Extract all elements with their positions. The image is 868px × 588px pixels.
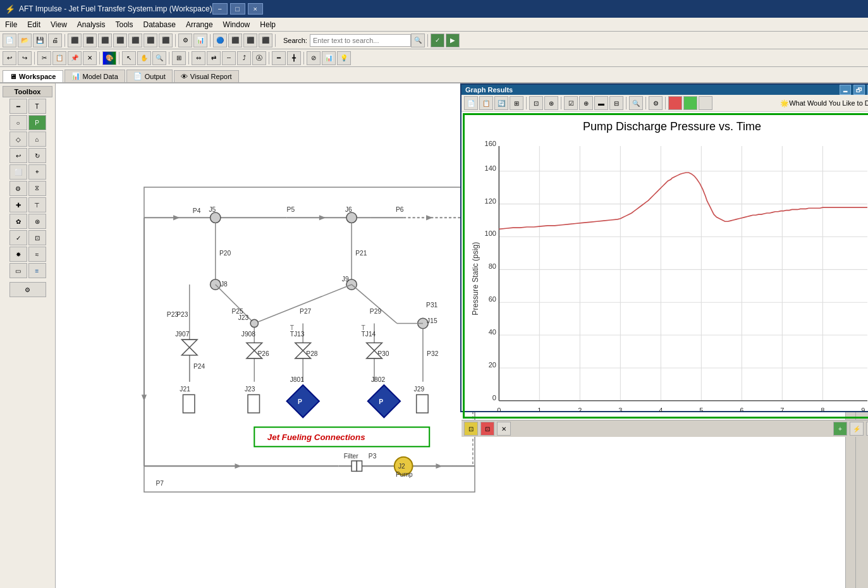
tool-diamond[interactable]: ◇ bbox=[9, 132, 27, 147]
graph-minimize-button[interactable]: 🗕 bbox=[840, 85, 851, 95]
graph-tb-settings[interactable]: ⚙ bbox=[649, 96, 663, 110]
tb2-paste[interactable]: 📌 bbox=[68, 51, 82, 65]
tb2-disable[interactable]: ⊘ bbox=[307, 51, 321, 65]
tb2-pan[interactable]: ✋ bbox=[137, 51, 151, 65]
tool-check[interactable]: ✓ bbox=[9, 230, 27, 245]
tool-tank[interactable]: ▭ bbox=[9, 263, 27, 278]
graph-tb-5[interactable]: ⊛ bbox=[544, 96, 558, 110]
tb2-select[interactable]: ↖ bbox=[122, 51, 136, 65]
tab-visual-report[interactable]: 👁 Visual Report bbox=[174, 70, 239, 82]
graph-tb-4[interactable]: ⊡ bbox=[529, 96, 543, 110]
graph-bottom-close[interactable]: ✕ bbox=[497, 422, 511, 436]
tb2-route[interactable]: ⤴ bbox=[237, 51, 251, 65]
tb-btn2[interactable]: ⬛ bbox=[83, 34, 97, 47]
tool-pipe[interactable]: ━ bbox=[9, 99, 27, 114]
tb2-info[interactable]: 💡 bbox=[337, 51, 351, 65]
workspace-canvas[interactable]: J5 P4 J6 P5 P6 J7 P1 J901 bbox=[56, 83, 868, 588]
menu-file[interactable]: File bbox=[0, 19, 22, 30]
tb2-pipe2[interactable]: ╋ bbox=[287, 51, 301, 65]
graph-tb-table[interactable]: ⊞ bbox=[510, 96, 523, 110]
tb2-undo[interactable]: ↩ bbox=[3, 51, 16, 65]
graph-tb-1[interactable]: 📄 bbox=[464, 96, 478, 110]
tool-pump[interactable]: P bbox=[28, 115, 46, 130]
tb-check[interactable]: ✓ bbox=[431, 34, 444, 47]
tb2-cut[interactable]: ✂ bbox=[37, 51, 51, 65]
maximize-button[interactable]: □ bbox=[230, 3, 245, 15]
tb-save[interactable]: 💾 bbox=[33, 34, 47, 47]
tb2-pipe[interactable]: ━ bbox=[272, 51, 286, 65]
menu-analysis[interactable]: Analysis bbox=[72, 19, 111, 30]
menu-arrange[interactable]: Arrange bbox=[181, 19, 218, 30]
search-go-button[interactable]: 🔍 bbox=[411, 34, 425, 47]
tool-text[interactable]: T bbox=[28, 99, 46, 114]
tb-btn5[interactable]: ⬛ bbox=[128, 34, 142, 47]
tb-btn6[interactable]: ⬛ bbox=[144, 34, 157, 47]
tb-open[interactable]: 📂 bbox=[18, 34, 32, 47]
tool-burst[interactable]: ✸ bbox=[9, 247, 27, 262]
tb-btn9[interactable]: ⬛ bbox=[228, 34, 242, 47]
tb2-flow[interactable]: ⇄ bbox=[207, 51, 221, 65]
tb-component[interactable]: ⚙ bbox=[178, 34, 192, 47]
tool-valve[interactable]: ⌂ bbox=[28, 132, 46, 147]
tool-wave[interactable]: ≈ bbox=[28, 247, 46, 262]
graph-tb-check[interactable]: ☑ bbox=[564, 96, 578, 110]
menu-view[interactable]: View bbox=[46, 19, 72, 30]
tb-run[interactable]: ▶ bbox=[446, 34, 460, 47]
tb-print[interactable]: 🖨 bbox=[48, 34, 62, 47]
graph-restore-button[interactable]: 🗗 bbox=[853, 85, 865, 95]
graph-tb-3[interactable]: 🔄 bbox=[494, 96, 508, 110]
graph-bottom-btn2[interactable]: ⊡ bbox=[480, 422, 494, 436]
graph-tb-color1[interactable] bbox=[668, 96, 682, 110]
tool-rotate[interactable]: ↻ bbox=[28, 148, 46, 163]
tb-btn10[interactable]: ⬛ bbox=[243, 34, 257, 47]
tool-motor[interactable]: ⊛ bbox=[28, 214, 46, 229]
minimize-button[interactable]: − bbox=[212, 3, 228, 15]
tool-gear[interactable]: ⚙ bbox=[9, 181, 27, 196]
tab-output[interactable]: 📄 Output bbox=[126, 70, 173, 82]
tool-circle[interactable]: ○ bbox=[9, 115, 27, 130]
tb2-align[interactable]: ⊞ bbox=[172, 51, 186, 65]
tb2-result[interactable]: 📊 bbox=[322, 51, 336, 65]
tab-workspace[interactable]: 🖥 Workspace bbox=[3, 70, 63, 82]
tb-btn11[interactable]: ⬛ bbox=[259, 34, 272, 47]
tool-cross[interactable]: ✚ bbox=[9, 197, 27, 212]
close-button[interactable]: × bbox=[248, 3, 263, 15]
tool-filter[interactable]: ⧖ bbox=[28, 181, 46, 196]
tb2-delete[interactable]: ✕ bbox=[83, 51, 97, 65]
graph-lightning-button[interactable]: ⚡ bbox=[850, 422, 864, 436]
graph-add-button[interactable]: + bbox=[833, 422, 847, 436]
menu-tools[interactable]: Tools bbox=[111, 19, 138, 30]
tb-btn1[interactable]: ⬛ bbox=[68, 34, 82, 47]
graph-tb-2[interactable]: 📋 bbox=[479, 96, 493, 110]
tb-btn3[interactable]: ⬛ bbox=[98, 34, 112, 47]
tool-fan[interactable]: ✿ bbox=[9, 214, 27, 229]
graph-tb-bar[interactable]: ▬ bbox=[594, 96, 608, 110]
tb2-zoom[interactable]: 🔍 bbox=[152, 51, 166, 65]
graph-bottom-btn1[interactable]: ⊡ bbox=[464, 422, 478, 436]
tb-btn7[interactable]: ⬛ bbox=[159, 34, 173, 47]
tb-new[interactable]: 📄 bbox=[3, 34, 16, 47]
graph-tb-color2[interactable] bbox=[683, 96, 697, 110]
tool-settings[interactable]: ⚙ bbox=[9, 282, 46, 297]
menu-edit[interactable]: Edit bbox=[22, 19, 46, 30]
search-input[interactable] bbox=[310, 34, 411, 47]
menu-window[interactable]: Window bbox=[218, 19, 255, 30]
tool-reservoir[interactable]: ≡ bbox=[28, 263, 46, 278]
graph-tb-color3[interactable] bbox=[699, 96, 712, 110]
tool-box[interactable]: ⊡ bbox=[28, 230, 46, 245]
tb-btn4[interactable]: ⬛ bbox=[113, 34, 127, 47]
tool-split[interactable]: ⊤ bbox=[28, 197, 46, 212]
tb2-copy[interactable]: 📋 bbox=[52, 51, 66, 65]
tb-analysis[interactable]: 📊 bbox=[193, 34, 207, 47]
tb-btn8[interactable]: 🔵 bbox=[213, 34, 227, 47]
graph-tb-zoom[interactable]: 🔍 bbox=[629, 96, 643, 110]
tb2-color[interactable]: 🎨 bbox=[102, 51, 116, 65]
tb2-connect[interactable]: ⇔ bbox=[192, 51, 205, 65]
tb2-redo[interactable]: ↪ bbox=[18, 51, 32, 65]
tab-model-data[interactable]: 📊 Model Data bbox=[64, 70, 125, 82]
graph-tb-crosshair[interactable]: ⊕ bbox=[579, 96, 593, 110]
menu-database[interactable]: Database bbox=[138, 19, 181, 30]
tool-valve2[interactable]: ⌖ bbox=[28, 164, 46, 180]
tb2-path[interactable]: ╌ bbox=[222, 51, 236, 65]
tb2-label[interactable]: Ⓐ bbox=[252, 51, 266, 65]
